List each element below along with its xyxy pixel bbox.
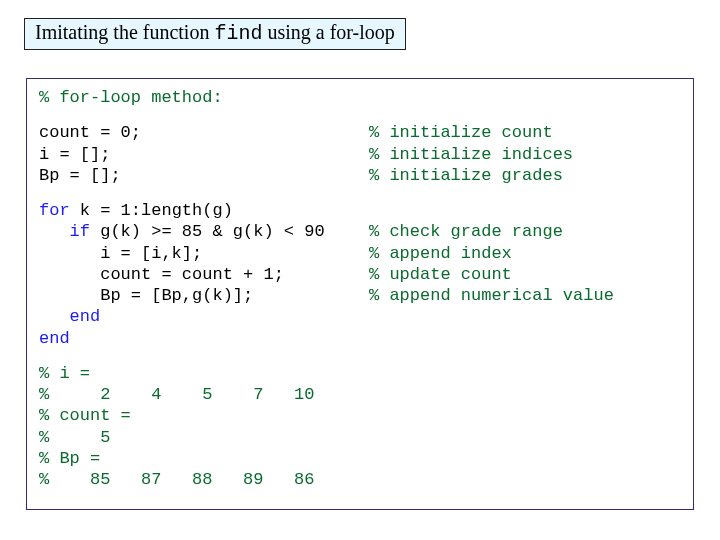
code-left: Bp = []; (39, 165, 369, 186)
code-line: i = [i,k]; % append index (39, 243, 681, 264)
code-text: g(k) >= 85 & g(k) < 90 (90, 222, 325, 241)
code-text: k = 1:length(g) (70, 201, 233, 220)
code-comment: % update count (369, 264, 681, 285)
code-comment: % initialize indices (369, 144, 681, 165)
code-comment: % check grade range (369, 221, 681, 242)
code-left: count = 0; (39, 122, 369, 143)
title-suffix: using a for-loop (262, 21, 394, 43)
output-line: % 5 (39, 427, 681, 448)
code-comment: % append index (369, 243, 681, 264)
code-left: if g(k) >= 85 & g(k) < 90 (39, 221, 369, 242)
output-line: % 85 87 88 89 86 (39, 469, 681, 490)
kw-if: if (70, 222, 90, 241)
kw-end: end (39, 328, 681, 349)
code-left: i = []; (39, 144, 369, 165)
code-line: count = 0; % initialize count (39, 122, 681, 143)
kw-end: end (70, 307, 101, 326)
code-line: end (39, 306, 681, 327)
code-line: Bp = [Bp,g(k)]; % append numerical value (39, 285, 681, 306)
code-comment: % append numerical value (369, 285, 681, 306)
code-line: % for-loop method: (39, 87, 681, 108)
code-left: count = count + 1; (39, 264, 369, 285)
code-comment: % initialize grades (369, 165, 681, 186)
output-line: % count = (39, 405, 681, 426)
code-line: for k = 1:length(g) (39, 200, 681, 221)
code-left: i = [i,k]; (39, 243, 369, 264)
code-comment: % initialize count (369, 122, 681, 143)
code-line: count = count + 1; % update count (39, 264, 681, 285)
code-box: % for-loop method: count = 0; % initiali… (26, 78, 694, 510)
output-line: % 2 4 5 7 10 (39, 384, 681, 405)
code-left: Bp = [Bp,g(k)]; (39, 285, 369, 306)
title-code: find (214, 22, 262, 45)
code-line: Bp = []; % initialize grades (39, 165, 681, 186)
title-box: Imitating the function find using a for-… (24, 18, 406, 50)
code-line: if g(k) >= 85 & g(k) < 90 % check grade … (39, 221, 681, 242)
kw-for: for (39, 201, 70, 220)
code-line: i = []; % initialize indices (39, 144, 681, 165)
output-line: % Bp = (39, 448, 681, 469)
output-line: % i = (39, 363, 681, 384)
title-prefix: Imitating the function (35, 21, 214, 43)
